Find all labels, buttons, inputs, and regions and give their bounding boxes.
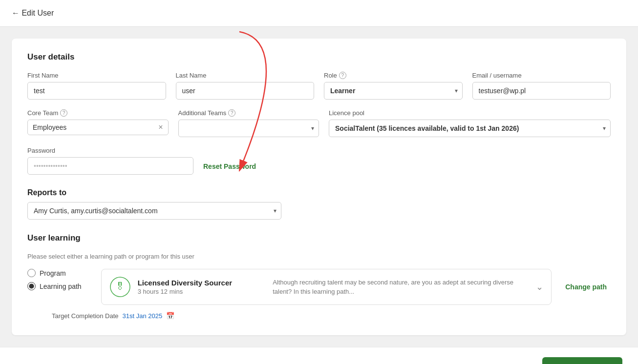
calendar-icon[interactable]: 📅 [166,312,174,320]
learning-path-label: Learning path [40,283,82,290]
learning-path-info: Licensed Diversity Sourcer 3 hours 12 mi… [138,279,266,295]
core-team-label: Core Team ? [27,109,169,117]
password-input[interactable] [27,157,193,175]
program-radio-label[interactable]: Program [27,269,82,277]
user-learning-subtitle: Please select either a learning path or … [27,253,611,260]
user-learning-section: User learning Please select either a lea… [27,233,611,320]
edit-user-form: User details First Name Last Name Role ?… [12,39,626,335]
role-select[interactable]: Learner Admin Manager [324,82,463,100]
additional-teams-group: Additional Teams ? ▾ [178,109,319,137]
core-team-clear-button[interactable]: × [158,123,163,132]
reset-password-link[interactable]: Reset Password [203,162,256,175]
additional-teams-select[interactable] [178,120,319,137]
role-group: Role ? Learner Admin Manager ▾ [324,72,463,100]
core-team-input[interactable]: Employees × [27,120,169,135]
reports-to-select-wrapper: Amy Curtis, amy.curtis@socialtalent.com … [27,202,281,220]
target-completion-date: 31st Jan 2025 [123,312,163,320]
reports-to-section: Reports to Amy Curtis, amy.curtis@social… [27,188,611,220]
core-team-group: Core Team ? Employees × [27,109,169,137]
section-title: User details [27,52,611,62]
password-label: Password [27,147,193,154]
back-button[interactable]: ← Edit User [12,9,54,18]
role-help-icon[interactable]: ? [339,72,346,79]
password-group: Password [27,147,193,175]
page-header: ← Edit User [0,0,638,27]
learning-path-title: Licensed Diversity Sourcer [138,279,266,287]
email-group: Email / username [472,72,611,100]
learning-radio-options: Program Learning path [27,269,82,290]
licence-pool-select-wrapper: SocialTalent (35 licences available, val… [329,120,611,137]
target-completion-label: Target Completion Date [52,312,119,320]
change-path-button[interactable]: Change path [561,283,611,291]
reports-to-title: Reports to [27,188,611,197]
learning-path-radio-label[interactable]: Learning path [27,282,82,290]
first-name-group: First Name [27,72,166,100]
user-learning-title: User learning [27,233,611,243]
svg-text:🎖: 🎖 [115,281,125,292]
cancel-button[interactable]: Cancel [493,357,535,364]
core-team-help-icon[interactable]: ? [60,109,67,117]
learning-path-duration: 3 hours 12 mins [138,288,266,295]
role-label: Role ? [324,72,463,79]
last-name-input[interactable] [176,82,315,100]
additional-teams-label: Additional Teams ? [178,109,319,117]
email-input[interactable] [472,82,611,100]
reports-to-select[interactable]: Amy Curtis, amy.curtis@socialtalent.com [27,202,281,220]
role-select-wrapper: Learner Admin Manager ▾ [324,82,463,100]
licence-pool-group: Licence pool SocialTalent (35 licences a… [329,109,611,137]
first-name-label: First Name [27,72,166,79]
program-label: Program [40,269,66,277]
footer-actions: Cancel Save changes [0,347,638,364]
password-row: Password Reset Password [27,147,611,175]
learning-path-radio[interactable] [27,282,36,290]
learning-path-icon: 🎖 [109,276,131,298]
last-name-label: Last Name [176,72,315,79]
learning-path-description: Although recruiting talent may be second… [273,278,529,297]
first-name-input[interactable] [27,82,166,100]
learning-content-row: Program Learning path 🎖 Licensed [27,269,611,305]
additional-teams-select-wrapper: ▾ [178,120,319,137]
learning-path-chevron-icon[interactable]: ⌄ [536,282,543,292]
target-completion-row: Target Completion Date 31st Jan 2025 📅 [27,312,611,320]
licence-pool-select[interactable]: SocialTalent (35 licences available, val… [329,120,611,137]
learning-path-card: 🎖 Licensed Diversity Sourcer 3 hours 12 … [101,269,552,305]
licence-pool-label: Licence pool [329,109,611,117]
core-team-value: Employees [33,123,154,131]
save-changes-button[interactable]: Save changes [542,357,622,364]
last-name-group: Last Name [176,72,315,100]
additional-teams-help-icon[interactable]: ? [228,109,235,117]
program-radio[interactable] [27,269,36,277]
email-label: Email / username [472,72,611,79]
